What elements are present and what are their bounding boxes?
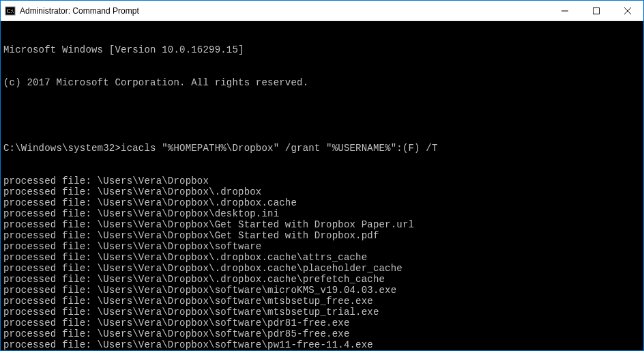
output-line: processed file: \Users\Vera\Dropbox <box>3 176 641 186</box>
svg-rect-3 <box>594 8 600 14</box>
output-line: processed file: \Users\Vera\Dropbox\soft… <box>3 296 641 307</box>
output-line: processed file: \Users\Vera\Dropbox\.dro… <box>3 197 641 208</box>
output-line: processed file: \Users\Vera\Dropbox\.dro… <box>3 186 641 197</box>
output-line: processed file: \Users\Vera\Dropbox\soft… <box>3 285 641 296</box>
output-line: processed file: \Users\Vera\Dropbox\.dro… <box>3 252 641 263</box>
output-line: processed file: \Users\Vera\Dropbox\soft… <box>3 241 641 252</box>
output-line: processed file: \Users\Vera\Dropbox\desk… <box>3 208 641 219</box>
output-line: processed file: \Users\Vera\Dropbox\Get … <box>3 219 641 230</box>
maximize-button[interactable] <box>581 1 612 20</box>
banner-line: Microsoft Windows [Version 10.0.16299.15… <box>3 44 641 55</box>
output-line: processed file: \Users\Vera\Dropbox\soft… <box>3 339 641 350</box>
close-button[interactable] <box>612 1 643 20</box>
minimize-button[interactable] <box>549 1 581 20</box>
output-line: processed file: \Users\Vera\Dropbox\soft… <box>3 328 641 339</box>
output-line: processed file: \Users\Vera\Dropbox\.dro… <box>3 263 641 274</box>
output-line: processed file: \Users\Vera\Dropbox\Get … <box>3 230 641 241</box>
window-title: Administrator: Command Prompt <box>20 6 549 16</box>
terminal-output[interactable]: Microsoft Windows [Version 10.0.16299.15… <box>1 21 643 350</box>
output-line: processed file: \Users\Vera\Dropbox\.dro… <box>3 274 641 285</box>
titlebar[interactable]: C:\ Administrator: Command Prompt <box>1 1 643 21</box>
command-line: C:\Windows\system32>icacls "%HOMEPATH%\D… <box>3 143 641 154</box>
blank-line <box>3 110 641 121</box>
window-controls <box>549 1 643 20</box>
output-line: processed file: \Users\Vera\Dropbox\soft… <box>3 307 641 318</box>
output-line: processed file: \Users\Vera\Dropbox\soft… <box>3 318 641 328</box>
cmd-icon: C:\ <box>5 5 16 16</box>
svg-text:C:\: C:\ <box>7 8 14 14</box>
banner-line: (c) 2017 Microsoft Corporation. All righ… <box>3 77 641 88</box>
